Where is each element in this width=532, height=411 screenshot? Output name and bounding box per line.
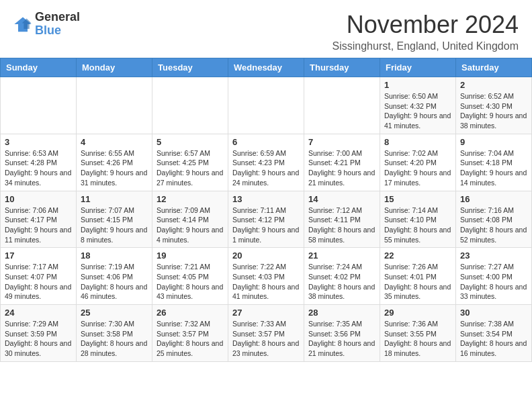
day-info: Sunrise: 7:32 AMSunset: 3:57 PMDaylight:… (157, 319, 224, 359)
day-number: 17 (5, 250, 72, 261)
day-info: Sunrise: 7:17 AMSunset: 4:07 PMDaylight:… (5, 262, 72, 302)
day-info: Sunrise: 6:50 AMSunset: 4:32 PMDaylight:… (384, 91, 451, 131)
day-info: Sunrise: 7:09 AMSunset: 4:14 PMDaylight:… (157, 205, 224, 245)
calendar-cell: 14Sunrise: 7:12 AMSunset: 4:11 PMDayligh… (304, 191, 380, 248)
day-info: Sunrise: 6:52 AMSunset: 4:30 PMDaylight:… (460, 91, 527, 131)
day-number: 14 (308, 194, 375, 204)
calendar-week-3: 10Sunrise: 7:06 AMSunset: 4:17 PMDayligh… (1, 191, 532, 248)
calendar-cell (77, 77, 152, 134)
logo-icon (13, 15, 32, 34)
day-info: Sunrise: 7:26 AMSunset: 4:01 PMDaylight:… (384, 262, 451, 302)
day-info: Sunrise: 7:24 AMSunset: 4:02 PMDaylight:… (308, 262, 375, 302)
calendar-table: SundayMondayTuesdayWednesdayThursdayFrid… (0, 58, 532, 362)
day-info: Sunrise: 7:38 AMSunset: 3:54 PMDaylight:… (460, 319, 527, 359)
day-info: Sunrise: 6:53 AMSunset: 4:28 PMDaylight:… (5, 148, 72, 188)
day-info: Sunrise: 7:12 AMSunset: 4:11 PMDaylight:… (308, 205, 375, 245)
day-number: 18 (81, 250, 148, 261)
calendar-week-2: 3Sunrise: 6:53 AMSunset: 4:28 PMDaylight… (1, 134, 532, 191)
day-number: 16 (460, 194, 527, 204)
calendar-cell: 4Sunrise: 6:55 AMSunset: 4:26 PMDaylight… (77, 134, 152, 191)
calendar-cell: 7Sunrise: 7:00 AMSunset: 4:21 PMDaylight… (304, 134, 380, 191)
day-header-sunday: Sunday (1, 58, 77, 77)
day-info: Sunrise: 7:00 AMSunset: 4:21 PMDaylight:… (308, 148, 375, 188)
calendar-cell: 16Sunrise: 7:16 AMSunset: 4:08 PMDayligh… (456, 191, 532, 248)
day-header-saturday: Saturday (456, 58, 532, 77)
calendar-cell: 11Sunrise: 7:07 AMSunset: 4:15 PMDayligh… (77, 191, 152, 248)
calendar-cell: 10Sunrise: 7:06 AMSunset: 4:17 PMDayligh… (1, 191, 77, 248)
day-number: 15 (384, 194, 451, 204)
day-info: Sunrise: 7:33 AMSunset: 3:57 PMDaylight:… (232, 319, 300, 359)
day-number: 9 (460, 137, 527, 147)
day-info: Sunrise: 7:35 AMSunset: 3:56 PMDaylight:… (308, 319, 375, 359)
day-number: 23 (460, 250, 527, 261)
day-number: 29 (384, 308, 451, 318)
calendar-cell: 17Sunrise: 7:17 AMSunset: 4:07 PMDayligh… (1, 248, 77, 305)
day-number: 28 (308, 308, 375, 318)
day-info: Sunrise: 7:02 AMSunset: 4:20 PMDaylight:… (384, 148, 451, 188)
logo-text: General Blue (35, 11, 80, 38)
calendar-cell: 21Sunrise: 7:24 AMSunset: 4:02 PMDayligh… (304, 248, 380, 305)
calendar-cell: 2Sunrise: 6:52 AMSunset: 4:30 PMDaylight… (456, 77, 532, 134)
day-info: Sunrise: 7:06 AMSunset: 4:17 PMDaylight:… (5, 205, 72, 245)
day-number: 3 (5, 137, 72, 147)
day-info: Sunrise: 7:27 AMSunset: 4:00 PMDaylight:… (460, 262, 527, 302)
day-number: 7 (308, 137, 375, 147)
day-info: Sunrise: 7:30 AMSunset: 3:58 PMDaylight:… (81, 319, 148, 359)
day-info: Sunrise: 6:55 AMSunset: 4:26 PMDaylight:… (81, 148, 148, 188)
day-info: Sunrise: 7:21 AMSunset: 4:05 PMDaylight:… (157, 262, 224, 302)
calendar-cell: 25Sunrise: 7:30 AMSunset: 3:58 PMDayligh… (77, 305, 152, 362)
calendar-cell: 29Sunrise: 7:36 AMSunset: 3:55 PMDayligh… (380, 305, 456, 362)
day-number: 30 (460, 308, 527, 318)
day-number: 1 (384, 80, 451, 90)
calendar-cell: 26Sunrise: 7:32 AMSunset: 3:57 PMDayligh… (152, 305, 228, 362)
day-info: Sunrise: 7:29 AMSunset: 3:59 PMDaylight:… (5, 319, 72, 359)
day-info: Sunrise: 7:14 AMSunset: 4:10 PMDaylight:… (384, 205, 451, 245)
day-number: 4 (81, 137, 148, 147)
day-info: Sunrise: 7:16 AMSunset: 4:08 PMDaylight:… (460, 205, 527, 245)
calendar-cell: 18Sunrise: 7:19 AMSunset: 4:06 PMDayligh… (77, 248, 152, 305)
calendar-cell: 23Sunrise: 7:27 AMSunset: 4:00 PMDayligh… (456, 248, 532, 305)
calendar-cell: 13Sunrise: 7:11 AMSunset: 4:12 PMDayligh… (228, 191, 304, 248)
day-number: 13 (232, 194, 300, 204)
calendar-header-row: SundayMondayTuesdayWednesdayThursdayFrid… (1, 58, 532, 77)
day-info: Sunrise: 7:36 AMSunset: 3:55 PMDaylight:… (384, 319, 451, 359)
month-title: November 2024 (332, 11, 519, 39)
day-number: 12 (157, 194, 224, 204)
day-header-tuesday: Tuesday (152, 58, 228, 77)
calendar-cell: 27Sunrise: 7:33 AMSunset: 3:57 PMDayligh… (228, 305, 304, 362)
calendar-week-4: 17Sunrise: 7:17 AMSunset: 4:07 PMDayligh… (1, 248, 532, 305)
day-number: 25 (81, 308, 148, 318)
day-number: 6 (232, 137, 300, 147)
calendar-cell: 20Sunrise: 7:22 AMSunset: 4:03 PMDayligh… (228, 248, 304, 305)
title-block: November 2024 Sissinghurst, England, Uni… (332, 11, 519, 52)
day-header-thursday: Thursday (304, 58, 380, 77)
logo-general: General (35, 11, 80, 24)
calendar-cell: 1Sunrise: 6:50 AMSunset: 4:32 PMDaylight… (380, 77, 456, 134)
calendar-week-5: 24Sunrise: 7:29 AMSunset: 3:59 PMDayligh… (1, 305, 532, 362)
calendar-cell: 15Sunrise: 7:14 AMSunset: 4:10 PMDayligh… (380, 191, 456, 248)
day-info: Sunrise: 6:59 AMSunset: 4:23 PMDaylight:… (232, 148, 300, 188)
day-number: 24 (5, 308, 72, 318)
logo-blue: Blue (35, 24, 80, 38)
day-number: 27 (232, 308, 300, 318)
day-number: 8 (384, 137, 451, 147)
calendar-cell: 24Sunrise: 7:29 AMSunset: 3:59 PMDayligh… (1, 305, 77, 362)
calendar-cell (152, 77, 228, 134)
calendar-cell: 8Sunrise: 7:02 AMSunset: 4:20 PMDaylight… (380, 134, 456, 191)
day-header-wednesday: Wednesday (228, 58, 304, 77)
day-info: Sunrise: 7:22 AMSunset: 4:03 PMDaylight:… (232, 262, 300, 302)
day-number: 2 (460, 80, 527, 90)
day-number: 21 (308, 250, 375, 261)
calendar-cell: 9Sunrise: 7:04 AMSunset: 4:18 PMDaylight… (456, 134, 532, 191)
logo: General Blue (13, 11, 80, 38)
calendar-cell: 5Sunrise: 6:57 AMSunset: 4:25 PMDaylight… (152, 134, 228, 191)
calendar-cell: 3Sunrise: 6:53 AMSunset: 4:28 PMDaylight… (1, 134, 77, 191)
calendar-cell: 19Sunrise: 7:21 AMSunset: 4:05 PMDayligh… (152, 248, 228, 305)
day-info: Sunrise: 7:07 AMSunset: 4:15 PMDaylight:… (81, 205, 148, 245)
calendar-cell (1, 77, 77, 134)
day-number: 22 (384, 250, 451, 261)
calendar-cell: 6Sunrise: 6:59 AMSunset: 4:23 PMDaylight… (228, 134, 304, 191)
calendar-cell: 22Sunrise: 7:26 AMSunset: 4:01 PMDayligh… (380, 248, 456, 305)
day-info: Sunrise: 7:19 AMSunset: 4:06 PMDaylight:… (81, 262, 148, 302)
calendar-cell (304, 77, 380, 134)
